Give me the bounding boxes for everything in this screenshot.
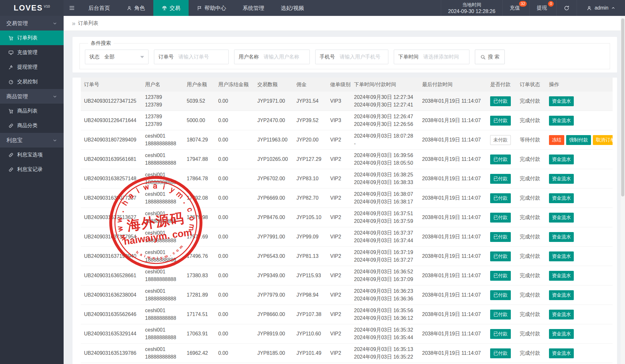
refresh-button[interactable] <box>556 0 577 16</box>
cell-actions: 资金流水 <box>546 92 613 111</box>
order-no-input[interactable] <box>178 54 228 60</box>
action-button-资金流水[interactable]: 资金流水 <box>549 310 574 319</box>
topnav-item-label: 交易 <box>170 4 180 12</box>
sidebar-item-提现管理[interactable]: 提现管理 <box>0 60 64 74</box>
action-button-资金流水[interactable]: 资金流水 <box>549 193 574 203</box>
cell-paid: 已付款 <box>487 189 517 208</box>
sidebar-item-交易控制[interactable]: 交易控制 <box>0 74 64 89</box>
order-no-filter: 订单号 <box>154 50 229 64</box>
sidebar-toggle-button[interactable] <box>64 0 80 16</box>
action-button-资金流水[interactable]: 资金流水 <box>549 96 574 106</box>
cell-order-status: 完成付款 <box>517 285 546 305</box>
sidebar-item-商品列表[interactable]: 商品列表 <box>0 104 64 118</box>
column-header: 做单级别 <box>327 78 351 92</box>
cell-order-pay-time: 2024年09月03日 16:35:322024年09月03日 16:35:44 <box>351 324 419 344</box>
action-button-冻结[interactable]: 冻结 <box>549 135 564 145</box>
app-logo-text: LOVES <box>14 3 43 12</box>
column-header: 订单号 <box>81 78 142 92</box>
cell-username: 123789123789 <box>142 92 184 111</box>
breadcrumb-text: 订单列表 <box>78 20 98 27</box>
cell-frozen: 0.00 <box>215 363 254 364</box>
cart-icon <box>8 35 14 41</box>
action-button-资金流水[interactable]: 资金流水 <box>549 348 574 358</box>
table-row: UB2409031637199940ceshi00118888888888174… <box>81 247 613 266</box>
cell-balance: 16884.54 <box>184 363 215 364</box>
cell-balance: 18074.29 <box>184 130 215 150</box>
cell-commission: JYP101.49 <box>293 344 327 363</box>
local-time-value: 2024-09-30 12:28:26 <box>448 8 496 15</box>
table-row: UB2409031638257148ceshi00118888888888178… <box>81 169 613 189</box>
cell-frozen: 0.00 <box>215 266 254 285</box>
cell-level: VIP2 <box>327 266 351 285</box>
action-button-资金流水[interactable]: 资金流水 <box>549 213 574 223</box>
table-header-row: 订单号用户名用户余额用户冻结金额交易数额佣金做单级别下单时间/付款时间最后付款时… <box>81 78 613 92</box>
column-header: 交易数额 <box>254 78 293 92</box>
action-button-资金流水[interactable]: 资金流水 <box>549 155 574 164</box>
topnav-item-3[interactable]: 帮助中心 <box>189 0 234 16</box>
cell-username: ceshi00118888888888 <box>142 169 184 189</box>
sidebar-item-订单列表[interactable]: 订单列表 <box>0 31 64 45</box>
paid-status-badge: 已付款 <box>490 271 511 281</box>
sidebar-group-2[interactable]: 利息宝 <box>0 133 64 148</box>
action-button-资金流水[interactable]: 资金流水 <box>549 290 574 300</box>
action-button-资金流水[interactable]: 资金流水 <box>549 116 574 126</box>
cell-order-pay-time: 2024年09月03日 16:35:562024年09月03日 16:36:12 <box>351 305 419 324</box>
sidebar-item-商品分类[interactable]: 商品分类 <box>0 118 64 133</box>
search-button[interactable]: 搜 索 <box>475 50 505 64</box>
gavel-icon <box>8 65 14 70</box>
action-button-取消订单[interactable]: 取消订单 <box>593 135 613 145</box>
cell-level: VIP2 <box>327 150 351 169</box>
cell-actions: 资金流水 <box>546 227 613 247</box>
recharge-link[interactable]: 充值 32 <box>502 0 529 16</box>
sidebar-item-label: 订单列表 <box>17 35 38 41</box>
sidebar-item-充值管理[interactable]: 充值管理 <box>0 45 64 60</box>
user-icon <box>587 5 592 11</box>
orders-panel: 订单号用户名用户余额用户冻结金额交易数额佣金做单级别下单时间/付款时间最后付款时… <box>73 78 617 364</box>
action-button-资金流水[interactable]: 资金流水 <box>549 271 574 281</box>
sidebar-item-利息宝选项[interactable]: 利息宝选项 <box>0 148 64 162</box>
cell-order-no: UB2409031634572368 <box>81 363 142 364</box>
cell-commission: JYP77.88 <box>293 363 327 364</box>
table-body: UB24093012273471251237891237895039.520.0… <box>81 92 613 364</box>
topnav-item-1[interactable]: 角色 <box>118 0 153 16</box>
cell-level: VIP2 <box>327 208 351 227</box>
action-button-强制付款[interactable]: 强制付款 <box>566 135 591 145</box>
status-filter: 状态 全部 <box>85 50 149 64</box>
sidebar-item-利息宝记录[interactable]: 利息宝记录 <box>0 162 64 177</box>
scrollbar-track[interactable] <box>621 16 625 364</box>
topnav-item-2[interactable]: 交易 <box>153 0 189 16</box>
paid-status-badge: 已付款 <box>490 193 511 203</box>
action-button-资金流水[interactable]: 资金流水 <box>549 232 574 242</box>
cell-username: ceshi00118888888888 <box>142 305 184 324</box>
scrollbar-thumb[interactable] <box>621 18 624 196</box>
table-row: UB2409031638077237ceshi00118888888888177… <box>81 189 613 208</box>
scales-icon <box>162 5 167 11</box>
table-row: UB2409031637377954ceshi00118888888888175… <box>81 227 613 247</box>
topnav-item-0[interactable]: 后台首页 <box>80 0 118 16</box>
link-icon <box>8 152 14 158</box>
cell-order-status: 完成付款 <box>517 92 546 111</box>
action-button-资金流水[interactable]: 资金流水 <box>549 329 574 339</box>
cell-frozen: 0.00 <box>215 227 254 247</box>
sidebar-group-0[interactable]: 交易管理 <box>0 16 64 31</box>
chevron-up-icon <box>611 6 615 10</box>
status-select[interactable]: 全部 <box>104 54 148 60</box>
cell-order-status: 完成付款 <box>517 305 546 324</box>
cell-last-pay-time: 2038年01月19日 11:14:07 <box>419 150 487 169</box>
paid-status-badge: 已付款 <box>490 329 511 339</box>
user-menu[interactable]: admin <box>577 0 625 16</box>
phone-input[interactable] <box>339 54 388 60</box>
action-button-资金流水[interactable]: 资金流水 <box>549 251 574 261</box>
cell-paid: 已付款 <box>487 208 517 227</box>
withdraw-link[interactable]: 提现 0 <box>529 0 556 16</box>
username-input[interactable] <box>263 54 309 60</box>
cell-paid: 已付款 <box>487 285 517 305</box>
order-time-input[interactable] <box>423 54 469 60</box>
cell-username: ceshi00118888888888 <box>142 285 184 305</box>
topnav-item-5[interactable]: 选妃/视频 <box>273 0 312 16</box>
action-button-资金流水[interactable]: 资金流水 <box>549 174 574 184</box>
sidebar-group-1[interactable]: 商品管理 <box>0 89 64 104</box>
cell-actions: 资金流水 <box>546 111 613 130</box>
user-name: admin <box>594 5 608 11</box>
topnav-item-4[interactable]: 系统管理 <box>234 0 273 16</box>
